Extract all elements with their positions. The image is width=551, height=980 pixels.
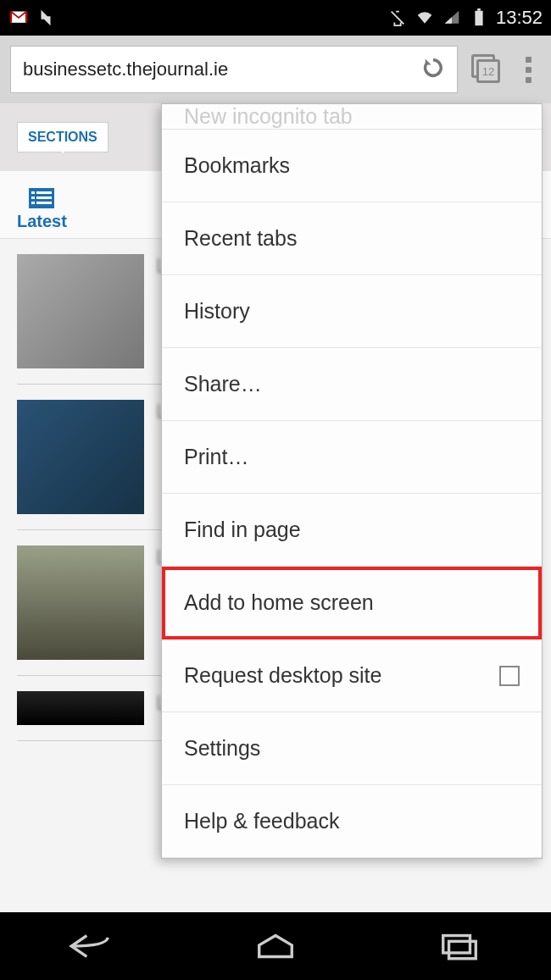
menu-item-new-incognito[interactable]: New incognito tab	[162, 104, 542, 130]
svg-rect-6	[31, 197, 35, 199]
home-button[interactable]	[246, 929, 305, 963]
menu-item-recent-tabs[interactable]: Recent tabs	[162, 202, 542, 275]
clock: 13:52	[496, 7, 543, 29]
menu-item-bookmarks[interactable]: Bookmarks	[162, 130, 542, 202]
sections-button[interactable]: SECTIONS	[17, 122, 109, 152]
gmail-icon	[8, 8, 29, 28]
battery-icon	[469, 8, 489, 28]
menu-item-print[interactable]: Print…	[162, 421, 542, 494]
overflow-menu-button[interactable]	[515, 57, 541, 83]
list-icon	[29, 188, 54, 208]
refresh-icon[interactable]	[421, 56, 445, 83]
menu-item-history[interactable]: History	[162, 275, 542, 348]
url-bar[interactable]: businessetc.thejournal.ie	[10, 46, 458, 93]
svg-rect-2	[477, 8, 481, 11]
android-nav-bar	[0, 912, 551, 980]
overflow-menu: New incognito tab Bookmarks Recent tabs …	[161, 103, 543, 859]
svg-rect-11	[448, 941, 476, 958]
tabs-button[interactable]: 12	[470, 53, 504, 86]
signal-icon	[442, 8, 462, 28]
tab-label: Latest	[17, 212, 67, 231]
svg-rect-1	[475, 11, 482, 25]
recent-apps-button[interactable]	[430, 929, 489, 963]
android-status-bar: 13:52	[0, 0, 551, 36]
svg-rect-10	[442, 936, 470, 953]
wifi-icon	[415, 8, 435, 28]
tab-count: 12	[476, 59, 500, 83]
menu-item-settings[interactable]: Settings	[162, 712, 542, 785]
svg-rect-4	[31, 191, 35, 194]
url-text: businessetc.thejournal.ie	[23, 58, 421, 80]
tab-latest[interactable]: Latest	[17, 188, 67, 231]
svg-rect-7	[36, 197, 52, 199]
menu-item-find-in-page[interactable]: Find in page	[162, 494, 542, 567]
browser-toolbar: businessetc.thejournal.ie 12	[0, 36, 551, 103]
menu-item-request-desktop-site[interactable]: Request desktop site	[162, 639, 542, 712]
menu-item-share[interactable]: Share…	[162, 348, 542, 421]
menu-item-label: Request desktop site	[184, 663, 381, 688]
vibrate-icon	[387, 8, 408, 28]
menu-item-add-to-home-screen[interactable]: Add to home screen	[162, 567, 542, 639]
svg-rect-9	[36, 202, 52, 204]
checkbox[interactable]	[499, 666, 520, 686]
menu-item-help-feedback[interactable]: Help & feedback	[162, 785, 542, 858]
back-button[interactable]	[62, 929, 121, 963]
svg-rect-5	[36, 191, 52, 194]
sync-icon	[36, 8, 56, 28]
svg-rect-8	[31, 202, 35, 204]
